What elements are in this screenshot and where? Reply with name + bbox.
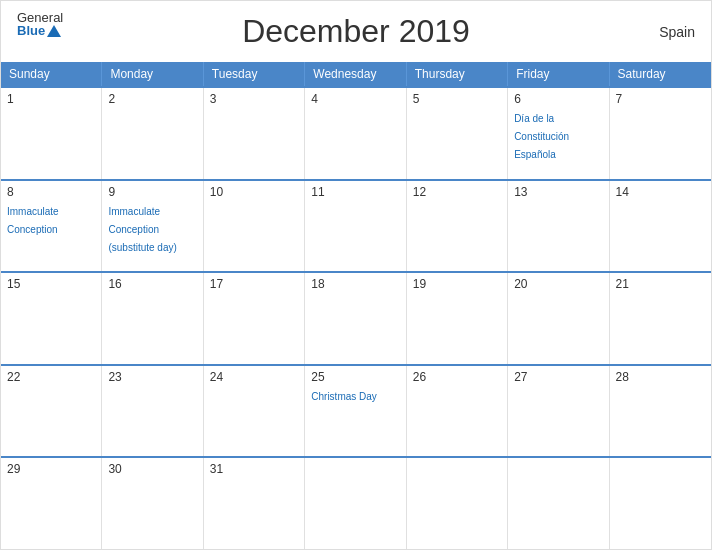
- day-cell-28: 28: [610, 366, 711, 457]
- day-number: 2: [108, 92, 196, 106]
- day-number: 24: [210, 370, 298, 384]
- day-cell-29: 29: [1, 458, 102, 549]
- calendar-grid: 123456Día de la Constitución Española78I…: [1, 86, 711, 549]
- day-number: 31: [210, 462, 298, 476]
- day-cell-20: 20: [508, 273, 609, 364]
- day-cell-26: 26: [407, 366, 508, 457]
- day-number: 5: [413, 92, 501, 106]
- day-cell-9: 9Immaculate Conception (substitute day): [102, 181, 203, 272]
- day-cell-11: 11: [305, 181, 406, 272]
- day-number: 17: [210, 277, 298, 291]
- day-cell-23: 23: [102, 366, 203, 457]
- days-header: SundayMondayTuesdayWednesdayThursdayFrid…: [1, 62, 711, 86]
- day-cell-13: 13: [508, 181, 609, 272]
- day-number: 4: [311, 92, 399, 106]
- day-cell-empty: [305, 458, 406, 549]
- day-number: 13: [514, 185, 602, 199]
- calendar-container: General Blue December 2019 Spain SundayM…: [0, 0, 712, 550]
- month-title: December 2019: [242, 13, 470, 50]
- holiday-text: Immaculate Conception: [7, 206, 59, 235]
- day-cell-15: 15: [1, 273, 102, 364]
- day-cell-empty: [508, 458, 609, 549]
- country-label: Spain: [659, 24, 695, 40]
- day-cell-18: 18: [305, 273, 406, 364]
- day-number: 30: [108, 462, 196, 476]
- day-cell-16: 16: [102, 273, 203, 364]
- day-number: 22: [7, 370, 95, 384]
- day-header-thursday: Thursday: [407, 62, 508, 86]
- day-number: 21: [616, 277, 705, 291]
- day-cell-3: 3: [204, 88, 305, 179]
- day-cell-2: 2: [102, 88, 203, 179]
- day-number: 29: [7, 462, 95, 476]
- calendar-header: General Blue December 2019 Spain: [1, 1, 711, 62]
- day-number: 10: [210, 185, 298, 199]
- day-cell-14: 14: [610, 181, 711, 272]
- week-row-2: 8Immaculate Conception9Immaculate Concep…: [1, 179, 711, 272]
- day-number: 7: [616, 92, 705, 106]
- day-cell-6: 6Día de la Constitución Española: [508, 88, 609, 179]
- week-row-5: 293031: [1, 456, 711, 549]
- day-header-tuesday: Tuesday: [204, 62, 305, 86]
- holiday-text: Immaculate Conception (substitute day): [108, 206, 176, 253]
- day-header-monday: Monday: [102, 62, 203, 86]
- day-number: 25: [311, 370, 399, 384]
- day-number: 8: [7, 185, 95, 199]
- day-cell-empty: [610, 458, 711, 549]
- day-number: 27: [514, 370, 602, 384]
- day-number: 9: [108, 185, 196, 199]
- day-number: 20: [514, 277, 602, 291]
- week-row-1: 123456Día de la Constitución Española7: [1, 86, 711, 179]
- day-cell-17: 17: [204, 273, 305, 364]
- day-number: 26: [413, 370, 501, 384]
- holiday-text: Día de la Constitución Española: [514, 113, 569, 160]
- holiday-text: Christmas Day: [311, 391, 377, 402]
- day-cell-5: 5: [407, 88, 508, 179]
- day-cell-empty: [407, 458, 508, 549]
- day-cell-4: 4: [305, 88, 406, 179]
- day-cell-12: 12: [407, 181, 508, 272]
- day-number: 18: [311, 277, 399, 291]
- day-cell-27: 27: [508, 366, 609, 457]
- day-cell-19: 19: [407, 273, 508, 364]
- day-cell-22: 22: [1, 366, 102, 457]
- logo-blue-text: Blue: [17, 24, 45, 37]
- day-number: 6: [514, 92, 602, 106]
- day-number: 19: [413, 277, 501, 291]
- day-cell-24: 24: [204, 366, 305, 457]
- day-number: 12: [413, 185, 501, 199]
- day-cell-1: 1: [1, 88, 102, 179]
- day-number: 23: [108, 370, 196, 384]
- day-header-saturday: Saturday: [610, 62, 711, 86]
- day-number: 14: [616, 185, 705, 199]
- day-header-sunday: Sunday: [1, 62, 102, 86]
- day-number: 16: [108, 277, 196, 291]
- day-cell-25: 25Christmas Day: [305, 366, 406, 457]
- day-number: 3: [210, 92, 298, 106]
- day-header-friday: Friday: [508, 62, 609, 86]
- day-number: 15: [7, 277, 95, 291]
- day-cell-10: 10: [204, 181, 305, 272]
- logo-triangle-icon: [47, 25, 61, 37]
- day-number: 28: [616, 370, 705, 384]
- week-row-4: 22232425Christmas Day262728: [1, 364, 711, 457]
- day-cell-30: 30: [102, 458, 203, 549]
- day-cell-31: 31: [204, 458, 305, 549]
- day-cell-8: 8Immaculate Conception: [1, 181, 102, 272]
- day-header-wednesday: Wednesday: [305, 62, 406, 86]
- week-row-3: 15161718192021: [1, 271, 711, 364]
- logo: General Blue: [17, 11, 63, 37]
- day-number: 1: [7, 92, 95, 106]
- day-cell-21: 21: [610, 273, 711, 364]
- day-cell-7: 7: [610, 88, 711, 179]
- day-number: 11: [311, 185, 399, 199]
